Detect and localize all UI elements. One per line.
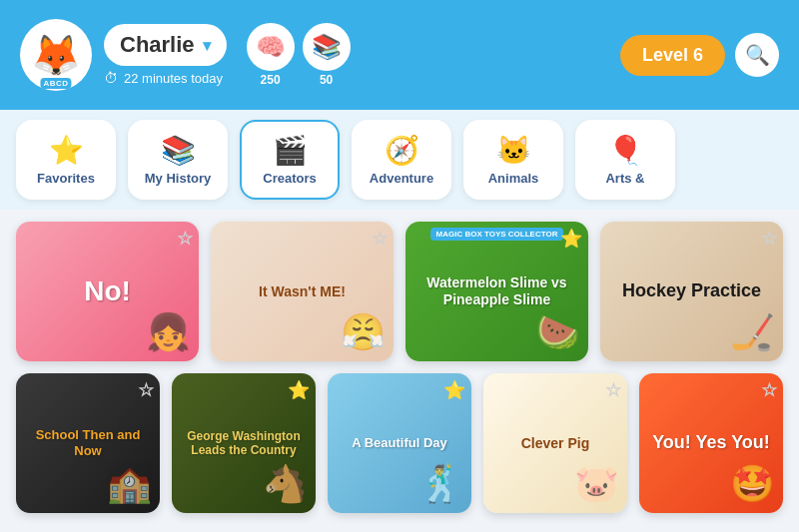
badge-books-icon: 📚 — [303, 23, 351, 71]
star-icon-beautiful[interactable]: ⭐ — [443, 379, 465, 401]
category-my-history[interactable]: 📚 My History — [128, 120, 228, 200]
badge-books-count: 50 — [320, 73, 333, 87]
badge-books[interactable]: 📚 50 — [303, 23, 351, 87]
creators-label: Creators — [263, 171, 316, 186]
book-school-character: 🏫 — [107, 463, 152, 505]
favorites-icon: ⭐ — [49, 134, 84, 167]
time-row: ⏱ 22 minutes today — [104, 70, 227, 86]
star-icon-george[interactable]: ⭐ — [288, 379, 310, 401]
chevron-down-icon: ▾ — [203, 36, 211, 55]
avatar-emoji: 🦊 — [31, 35, 81, 75]
clock-icon: ⏱ — [104, 70, 118, 86]
book-hockey[interactable]: ☆ Hockey Practice 🏒 — [600, 222, 783, 361]
book-no-title: No! — [84, 274, 131, 308]
username-label: Charlie — [120, 32, 195, 58]
book-clever[interactable]: ☆ Clever Pig 🐷 — [483, 373, 627, 513]
category-nav: ⭐ Favorites 📚 My History 🎬 Creators 🧭 Ad… — [0, 110, 799, 210]
badge-brain-icon: 🧠 — [247, 23, 295, 71]
time-text: 22 minutes today — [124, 71, 223, 86]
badge-brain[interactable]: 🧠 250 — [247, 23, 295, 87]
star-icon-school[interactable]: ☆ — [138, 379, 154, 401]
book-wasnt-character: 😤 — [341, 311, 386, 353]
badge-brain-count: 250 — [261, 73, 281, 87]
history-label: My History — [145, 171, 211, 186]
book-school-title: School Then and Now — [24, 427, 152, 458]
search-icon: 🔍 — [745, 43, 770, 67]
arts-icon: 🎈 — [608, 134, 643, 167]
books-area: ☆ No! 👧 ☆ It Wasn't ME! 😤 MAGIC BOX TOYS… — [0, 210, 799, 532]
favorites-label: Favorites — [37, 171, 95, 186]
book-clever-title: Clever Pig — [521, 435, 589, 452]
star-icon-hockey[interactable]: ☆ — [761, 228, 777, 250]
avatar[interactable]: 🦊 ABCD — [20, 19, 92, 91]
header: 🦊 ABCD Charlie ▾ ⏱ 22 minutes today 🧠 25… — [0, 0, 799, 110]
book-beautiful-character: 🕺 — [418, 463, 463, 505]
book-watermelon-character: 🍉 — [535, 311, 580, 353]
book-you[interactable]: ☆ You! Yes You! 🤩 — [639, 373, 783, 513]
category-animals[interactable]: 🐱 Animals — [463, 120, 563, 200]
magic-box-label: MAGIC BOX TOYS COLLECTOR — [430, 228, 564, 241]
book-george-character: 🐴 — [263, 463, 308, 505]
book-school[interactable]: ☆ School Then and Now 🏫 — [16, 373, 160, 513]
star-icon-no[interactable]: ☆ — [177, 228, 193, 250]
username-dropdown[interactable]: Charlie ▾ — [104, 24, 227, 66]
book-wasnt-title: It Wasn't ME! — [259, 283, 346, 300]
book-watermelon-title: Watermelon Slime vs Pineapple Slime — [413, 274, 580, 308]
book-you-title: You! Yes You! — [652, 432, 770, 454]
arts-label: Arts & — [605, 171, 644, 186]
avatar-badge: ABCD — [40, 78, 71, 89]
category-arts[interactable]: 🎈 Arts & — [575, 120, 675, 200]
book-no-character: 👧 — [146, 311, 191, 353]
book-wasnt[interactable]: ☆ It Wasn't ME! 😤 — [211, 222, 394, 361]
book-clever-character: 🐷 — [574, 463, 619, 505]
animals-icon: 🐱 — [496, 134, 531, 167]
category-adventure[interactable]: 🧭 Adventure — [352, 120, 451, 200]
username-row: Charlie ▾ — [104, 24, 227, 66]
book-beautiful[interactable]: ⭐ A Beautiful Day 🕺 — [328, 373, 471, 513]
category-creators[interactable]: 🎬 Creators — [240, 120, 340, 200]
book-hockey-title: Hockey Practice — [622, 280, 761, 302]
books-row-2: ☆ School Then and Now 🏫 ⭐ George Washing… — [16, 373, 783, 513]
book-george[interactable]: ⭐ George Washington Leads the Country 🐴 — [172, 373, 316, 513]
header-right: Level 6 🔍 — [620, 33, 779, 77]
level-button[interactable]: Level 6 — [620, 35, 725, 76]
book-hockey-character: 🏒 — [730, 311, 775, 353]
star-icon-you[interactable]: ☆ — [761, 379, 777, 401]
book-no[interactable]: ☆ No! 👧 — [16, 222, 199, 361]
category-favorites[interactable]: ⭐ Favorites — [16, 120, 116, 200]
history-icon: 📚 — [161, 134, 196, 167]
books-row-1: ☆ No! 👧 ☆ It Wasn't ME! 😤 MAGIC BOX TOYS… — [16, 222, 783, 361]
adventure-label: Adventure — [370, 171, 433, 186]
star-icon-watermelon[interactable]: ⭐ — [560, 228, 582, 250]
adventure-icon: 🧭 — [385, 134, 419, 167]
animals-label: Animals — [488, 171, 539, 186]
badges-area: 🧠 250 📚 50 — [247, 23, 351, 87]
book-you-character: 🤩 — [730, 463, 775, 505]
creators-icon: 🎬 — [273, 134, 308, 167]
user-info: Charlie ▾ ⏱ 22 minutes today — [104, 24, 227, 86]
book-beautiful-title: A Beautiful Day — [352, 435, 447, 451]
star-icon-wasnt[interactable]: ☆ — [372, 228, 388, 250]
star-icon-clever[interactable]: ☆ — [605, 379, 621, 401]
search-button[interactable]: 🔍 — [735, 33, 779, 77]
book-watermelon[interactable]: MAGIC BOX TOYS COLLECTOR ⭐ Watermelon Sl… — [405, 222, 588, 361]
book-george-title: George Washington Leads the Country — [180, 429, 308, 458]
